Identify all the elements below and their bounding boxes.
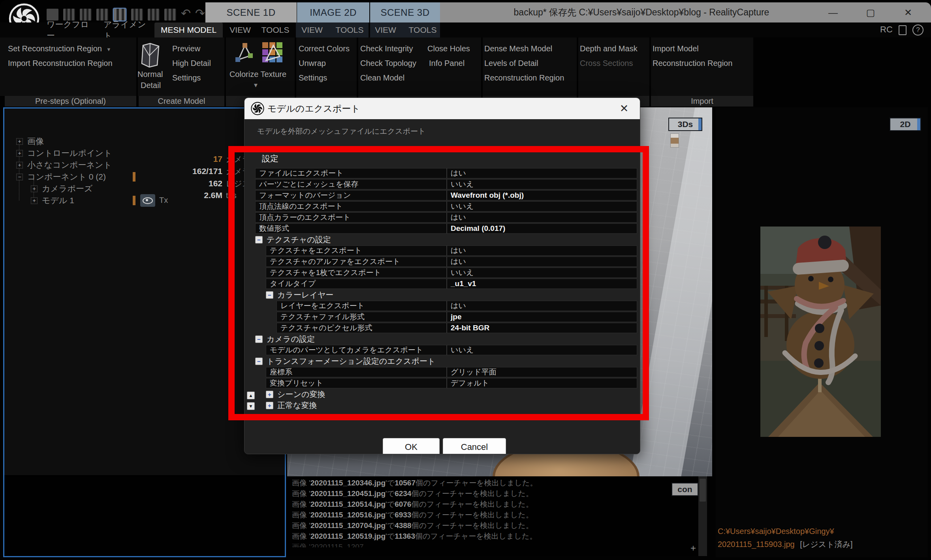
tab-image-2d[interactable]: IMAGE 2D: [297, 2, 369, 22]
correct-colors-button[interactable]: Correct Colors: [299, 43, 350, 54]
dialog-logo-icon: [251, 102, 264, 117]
log-line: 画像 '20201115_120704.jpg'で4388個のフィーチャーを検出…: [292, 521, 533, 531]
tree-item-1[interactable]: +コントロールポイント: [16, 148, 112, 158]
console-panel[interactable]: 画像 '20201115_120346.jpg'で10567個のフィーチャーを検…: [287, 476, 707, 556]
chevron-down-icon: ▾: [107, 46, 110, 52]
console-label-text: con: [677, 485, 692, 494]
collapse-icon[interactable]: −: [16, 174, 23, 180]
expand-icon[interactable]: +: [31, 185, 38, 192]
texture-thumbnail[interactable]: [670, 133, 679, 148]
colorize-icon[interactable]: [233, 42, 254, 67]
import-reconstruction-region-button-2[interactable]: Reconstruction Region: [653, 58, 732, 68]
texture-icon[interactable]: [261, 41, 284, 67]
close-button[interactable]: ✕: [894, 2, 922, 22]
panel2d-label[interactable]: 2D: [890, 118, 921, 131]
cancel-button[interactable]: Cancel: [443, 438, 506, 454]
check-topology-button[interactable]: Check Topology: [360, 58, 416, 68]
console-expand-button[interactable]: +: [690, 543, 696, 554]
ribbon-tab-tools-1[interactable]: TOOLS: [259, 22, 292, 37]
ok-button[interactable]: OK: [383, 438, 440, 454]
stat-number: 2.6M: [128, 191, 222, 200]
set-reconstruction-region-label: Set Reconstruction Region: [8, 44, 102, 53]
layout-icon-8[interactable]: [164, 9, 176, 21]
redo-icon[interactable]: ↷: [195, 6, 205, 20]
ribbon-tab-mesh-model[interactable]: MESH MODEL: [154, 22, 223, 37]
info-panel-button[interactable]: Info Panel: [429, 58, 465, 68]
image-path-line2: 20201115_115903.jpg [レジスト済み]: [718, 539, 853, 550]
maximize-button[interactable]: ▢: [857, 2, 884, 22]
settings-button-2[interactable]: Settings: [299, 73, 327, 83]
titlebar[interactable]: backup* 保存先 C:¥Users¥saijo¥Desktop¥blog …: [440, 2, 931, 22]
tree-item-0[interactable]: +画像: [16, 137, 44, 146]
ribbon-tab-view-3[interactable]: VIEW: [372, 22, 399, 37]
help-icon[interactable]: ?: [912, 24, 923, 36]
levels-of-detail-button[interactable]: Levels of Detail: [484, 58, 538, 68]
log-line: 画像 '20201115_120346.jpg'で10567個のフィーチャーを検…: [292, 478, 537, 488]
tab-scene-3d[interactable]: SCENE 3D: [370, 2, 440, 22]
log-line: 画像 '20201115_120519.jpg'で11363個のフィーチャーを検…: [292, 531, 537, 541]
ribbon-tab-view-2[interactable]: VIEW: [299, 22, 325, 37]
unwrap-button[interactable]: Unwrap: [299, 58, 326, 68]
clean-model-button[interactable]: Clean Model: [360, 73, 404, 83]
normal-detail-label-1[interactable]: Normal: [137, 69, 163, 79]
viewport-3d-label-strip: [698, 118, 702, 130]
panel2d-label-text: 2D: [900, 120, 911, 129]
document-icon[interactable]: [899, 25, 907, 35]
check-integrity-button[interactable]: Check Integrity: [360, 43, 413, 54]
import-reconstruction-region-button[interactable]: Import Reconstruction Region: [8, 58, 113, 68]
window-title: backup* 保存先 C:¥Users¥saijo¥Desktop¥blog …: [468, 2, 815, 22]
app-window: ↶ ↷ ⌅ backup* 保存先 C:¥Users¥saijo¥Desktop…: [0, 0, 931, 560]
panel1d-lower-area[interactable]: [4, 477, 285, 556]
tab-scene-1d[interactable]: SCENE 1D: [205, 2, 297, 22]
ribbon-tab-workflow[interactable]: ワークフロー: [47, 22, 96, 37]
viewport-3d-label[interactable]: 3Ds: [668, 118, 702, 131]
import-model-button[interactable]: Import Model: [653, 43, 699, 54]
console-label[interactable]: con: [671, 483, 698, 496]
high-detail-button[interactable]: High Detail: [172, 58, 211, 68]
colorize-texture-caret-icon[interactable]: ▼: [253, 80, 259, 90]
tree-item-2[interactable]: +小さなコンポーネント: [16, 160, 112, 170]
preview-button[interactable]: Preview: [172, 43, 200, 54]
tree-item-3[interactable]: −コンポーネント 0 (2): [16, 172, 106, 182]
dialog-header[interactable]: モデルのエクスポート ✕: [245, 98, 640, 119]
expand-icon[interactable]: +: [16, 150, 23, 157]
image-path-line1: C:¥Users¥saijo¥Desktop¥Gingy¥: [718, 527, 834, 536]
expand-icon[interactable]: +: [31, 197, 38, 204]
depth-and-mask-button[interactable]: Depth and Mask: [580, 43, 638, 54]
cross-sections-button: Cross Sections: [580, 58, 633, 68]
ribbon-tab-alignment[interactable]: アライメント: [103, 22, 150, 37]
section-import: Import: [651, 96, 753, 107]
reconstruction-region-button[interactable]: Reconstruction Region: [484, 73, 564, 83]
stat-number: 17: [128, 154, 222, 164]
undo-icon[interactable]: ↶: [181, 6, 191, 20]
ribbon-tab-view-1[interactable]: VIEW: [227, 22, 253, 37]
tree-item-label: コントロールポイント: [27, 148, 112, 159]
dense-mesh-model-button[interactable]: Dense Mesh Model: [484, 43, 552, 54]
colorize-texture-label[interactable]: Colorize Texture: [226, 69, 290, 79]
image-filename: 20201115_115903.jpg: [718, 540, 795, 549]
ribbon: Set Reconstruction Region ▾ Import Recon…: [0, 37, 753, 96]
stat-row: 2.6Mtris: [128, 191, 237, 200]
normal-detail-icon[interactable]: [139, 42, 163, 70]
close-holes-button[interactable]: Close Holes: [427, 43, 470, 54]
ribbon-tab-tools-2[interactable]: TOOLS: [333, 22, 366, 37]
log-line: 画像 '20201115_120514.jpg'で6076個のフィーチャーを検出…: [292, 499, 533, 509]
console-scrollbar[interactable]: [698, 476, 707, 556]
tree-item-5[interactable]: +モデル 1: [31, 196, 74, 205]
expand-icon[interactable]: +: [16, 138, 23, 145]
panel2d-label-strip: [917, 118, 920, 130]
tree-item-label: モデル 1: [42, 195, 74, 206]
viewport-3d-label-text: 3Ds: [678, 120, 693, 129]
minimize-button[interactable]: —: [819, 2, 847, 22]
dialog-subtitle: モデルを外部のメッシュファイルにエクスポート: [257, 126, 425, 137]
dialog-close-icon[interactable]: ✕: [615, 98, 634, 119]
ribbon-tab-tools-3[interactable]: TOOLS: [406, 22, 439, 37]
rc-badge: RC: [880, 24, 893, 35]
set-reconstruction-region-button[interactable]: Set Reconstruction Region ▾: [8, 43, 110, 54]
photo-gingerbread[interactable]: [760, 227, 881, 437]
expand-icon[interactable]: +: [16, 162, 23, 169]
image-2d-panel[interactable]: 2D: [716, 107, 928, 557]
settings-button-1[interactable]: Settings: [172, 73, 201, 83]
tree-item-4[interactable]: +カメラポーズ: [31, 184, 92, 193]
normal-detail-label-2[interactable]: Detail: [141, 80, 161, 90]
